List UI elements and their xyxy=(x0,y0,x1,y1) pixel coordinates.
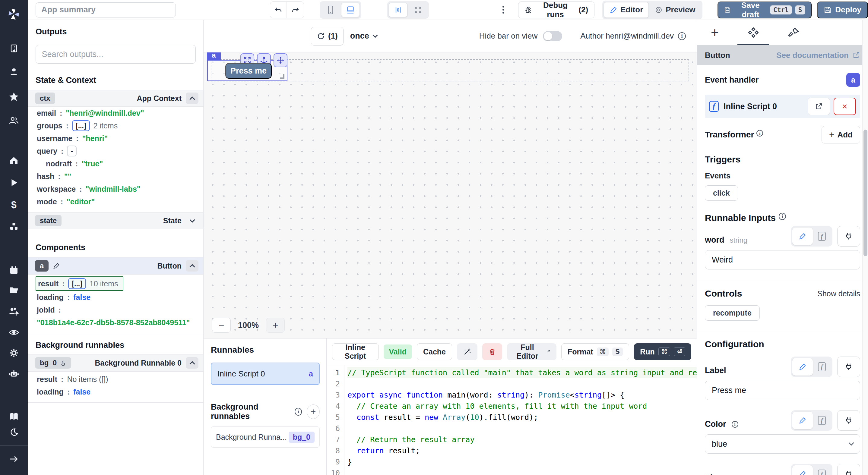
workspace-building-icon[interactable] xyxy=(9,43,19,53)
expression-mode-button[interactable]: f xyxy=(813,465,831,475)
info-icon[interactable]: i xyxy=(732,421,738,428)
static-mode-pencil-button[interactable] xyxy=(792,465,813,475)
ai-wand-button[interactable] xyxy=(457,343,477,360)
see-documentation-link[interactable]: See documentation xyxy=(776,50,860,60)
hide-bar-toggle[interactable] xyxy=(543,31,562,41)
code-lines[interactable]: // TypeScript function called "main" tha… xyxy=(344,365,697,475)
label-value-input[interactable] xyxy=(705,381,860,400)
account-person-icon[interactable] xyxy=(9,67,19,77)
dark-mode-moon-icon[interactable] xyxy=(9,428,19,437)
mobile-view-button[interactable] xyxy=(321,3,340,17)
press-me-button[interactable]: Press me xyxy=(225,63,272,79)
expand-box[interactable]: - xyxy=(67,145,76,157)
redo-button[interactable] xyxy=(287,2,303,18)
event-script-row[interactable]: f Inline Script 0 × xyxy=(705,95,860,118)
connect-plug-button[interactable] xyxy=(837,410,860,431)
static-mode-pencil-button[interactable] xyxy=(792,412,813,429)
cache-button[interactable]: Cache xyxy=(417,343,452,360)
expression-mode-button[interactable]: f xyxy=(813,358,831,376)
expand-box[interactable]: [...] xyxy=(68,278,86,289)
resources-cubes-icon[interactable] xyxy=(9,221,19,232)
interval-select[interactable]: once xyxy=(350,31,377,41)
settings-gear-icon[interactable] xyxy=(9,348,19,358)
windmill-logo-icon[interactable] xyxy=(7,7,21,21)
scrollbar-thumb[interactable] xyxy=(864,130,867,256)
app-canvas[interactable]: a Press me − 100% + xyxy=(204,53,697,338)
zoom-out-button[interactable]: − xyxy=(212,318,231,333)
folders-icon[interactable] xyxy=(9,285,19,295)
label-field-row: Label f xyxy=(705,357,860,377)
favorites-star-icon[interactable] xyxy=(9,92,19,102)
connect-plug-button[interactable] xyxy=(837,464,860,475)
home-icon[interactable] xyxy=(9,156,19,165)
background-runnable-item[interactable]: Background Runna... bg_0 xyxy=(211,427,320,448)
zoom-in-button[interactable]: + xyxy=(266,318,285,333)
bg0-collapse-button[interactable] xyxy=(186,357,198,369)
undo-button[interactable] xyxy=(270,2,287,18)
static-mode-pencil-button[interactable] xyxy=(792,228,813,245)
groups-users-icon[interactable] xyxy=(9,115,19,126)
schedules-calendar-icon[interactable] xyxy=(9,265,19,275)
tab-component-settings-icon[interactable] xyxy=(748,27,759,38)
connect-plug-button[interactable] xyxy=(837,357,860,377)
refresh-button[interactable]: (1) xyxy=(311,27,343,45)
add-transformer-button[interactable]: + Add xyxy=(822,126,860,143)
save-draft-button[interactable]: Save draft Ctrl S xyxy=(717,1,812,19)
recompute-pill[interactable]: recompute xyxy=(705,305,760,321)
info-icon[interactable]: i xyxy=(779,213,786,220)
expression-mode-button[interactable]: f xyxy=(813,228,831,245)
runs-play-icon[interactable] xyxy=(9,178,19,187)
open-script-button[interactable] xyxy=(808,98,830,115)
tab-styling-brush-icon[interactable] xyxy=(788,27,800,38)
resize-corner-handle[interactable] xyxy=(280,74,284,79)
static-mode-pencil-button[interactable] xyxy=(792,358,813,376)
color-select[interactable]: blue xyxy=(705,434,860,453)
expand-rail-arrow-icon[interactable] xyxy=(9,454,19,464)
ctx-collapse-button[interactable] xyxy=(186,93,198,104)
search-outputs-input[interactable] xyxy=(36,45,196,64)
docs-book-icon[interactable] xyxy=(9,411,19,422)
info-icon[interactable]: i xyxy=(678,32,686,40)
workers-users-gear-icon[interactable] xyxy=(8,306,19,317)
expand-box[interactable]: [...] xyxy=(72,120,90,131)
full-editor-button[interactable]: Full Editor xyxy=(507,343,556,360)
word-value-input[interactable] xyxy=(705,250,860,269)
bg0-section-row[interactable]: bg_0 Background Runnable 0 xyxy=(28,354,203,372)
run-button[interactable]: Run ⌘ ⏎ xyxy=(634,343,691,360)
expression-mode-button[interactable]: f xyxy=(813,412,831,429)
desktop-view-button[interactable] xyxy=(341,3,360,17)
code-editor[interactable]: 12345678910 // TypeScript function calle… xyxy=(327,365,697,475)
tab-preview[interactable]: Preview xyxy=(649,2,701,18)
usage-dollar-icon[interactable]: $ xyxy=(11,199,17,210)
add-background-runnable-button[interactable]: + xyxy=(307,404,320,419)
info-icon[interactable]: i xyxy=(756,130,763,137)
move-handle[interactable] xyxy=(274,53,287,67)
language-button[interactable]: Inline Script xyxy=(332,343,379,360)
debug-runs-button[interactable]: Debug runs (2) xyxy=(518,1,594,19)
audit-eye-icon[interactable] xyxy=(8,327,19,338)
remove-script-button[interactable]: × xyxy=(834,98,856,115)
app-summary-input[interactable] xyxy=(36,2,176,18)
connect-plug-button[interactable] xyxy=(837,226,860,246)
more-menu-kebab-icon[interactable] xyxy=(501,6,506,13)
deploy-button[interactable]: Deploy xyxy=(817,1,868,19)
code-line-7: // Return the result array xyxy=(347,434,697,445)
event-pill-click[interactable]: click xyxy=(705,185,738,201)
button-component-row[interactable]: a Button xyxy=(28,257,203,275)
info-icon[interactable]: i xyxy=(294,408,302,416)
runnable-item-inline-script-0[interactable]: Inline Script 0 a xyxy=(211,363,320,385)
format-button[interactable]: Format ⌘ S xyxy=(561,343,629,360)
show-details-link[interactable]: Show details xyxy=(817,289,860,298)
rename-pencil-icon[interactable] xyxy=(53,262,60,269)
ctx-section-row[interactable]: ctx App Context xyxy=(28,90,203,107)
right-panel-scrollbar[interactable] xyxy=(862,20,868,475)
state-section-row[interactable]: state State xyxy=(28,212,203,229)
tab-editor[interactable]: Editor xyxy=(604,2,649,18)
button-collapse-button[interactable] xyxy=(186,260,198,272)
delete-script-button[interactable] xyxy=(482,343,502,360)
tab-insert-plus-icon[interactable]: + xyxy=(711,27,719,39)
fullscreen-layout-button[interactable] xyxy=(409,3,427,17)
centered-layout-button[interactable] xyxy=(389,3,407,17)
selected-component-box[interactable]: a Press me xyxy=(207,60,287,81)
ai-robot-icon[interactable] xyxy=(8,368,19,379)
